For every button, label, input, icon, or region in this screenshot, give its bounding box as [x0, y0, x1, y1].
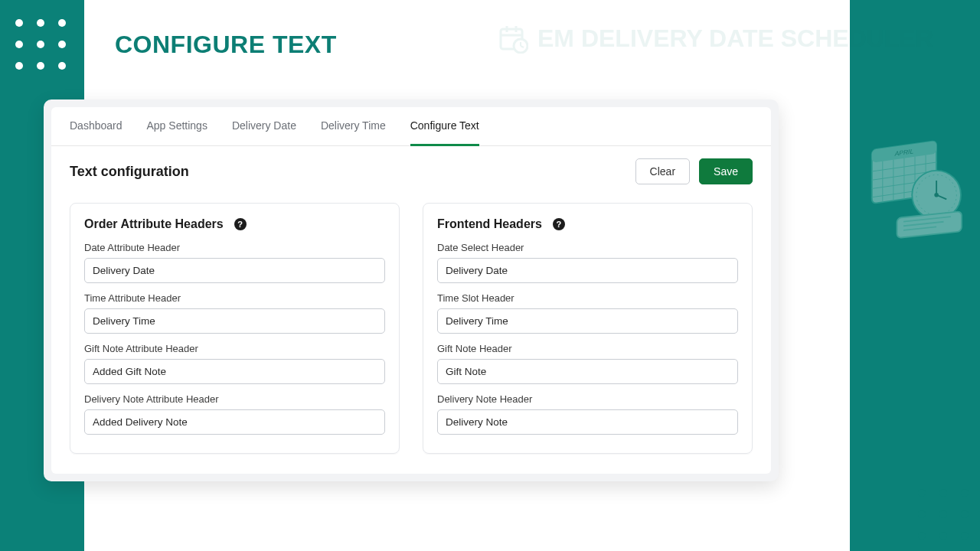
tab-delivery-time[interactable]: Delivery Time: [321, 119, 386, 145]
brand-name: EM DELIVERY DATE SCHEDULER: [537, 24, 933, 53]
main-card: Dashboard App Settings Delivery Date Del…: [44, 99, 779, 481]
calendar-clock-icon: [498, 23, 528, 54]
tabs-bar: Dashboard App Settings Delivery Date Del…: [51, 107, 771, 146]
date-attribute-header-input[interactable]: [84, 258, 385, 283]
help-icon[interactable]: ?: [553, 218, 565, 230]
svg-rect-24: [897, 211, 962, 238]
time-attribute-header-input[interactable]: [84, 308, 385, 334]
save-button[interactable]: Save: [699, 158, 753, 184]
section-title: Text configuration: [70, 164, 189, 180]
field-label: Delivery Note Header: [437, 393, 738, 405]
gift-note-header-input[interactable]: [437, 359, 738, 384]
tab-configure-text[interactable]: Configure Text: [410, 119, 479, 146]
help-icon[interactable]: ?: [234, 218, 247, 230]
clear-button[interactable]: Clear: [635, 158, 690, 184]
date-select-header-input[interactable]: [437, 258, 738, 283]
field-label: Time Slot Header: [437, 292, 738, 304]
panel-frontend-headers: Frontend Headers ? Date Select Header Ti…: [423, 203, 753, 454]
decor-dots-bottom-right: [918, 489, 969, 540]
time-slot-header-input[interactable]: [437, 308, 738, 334]
panel-order-attribute-headers: Order Attribute Headers ? Date Attribute…: [70, 203, 400, 454]
brand-watermark: EM DELIVERY DATE SCHEDULER: [498, 23, 933, 54]
delivery-note-attribute-header-input[interactable]: [84, 409, 385, 435]
field-label: Date Select Header: [437, 242, 738, 253]
gift-note-attribute-header-input[interactable]: [84, 359, 385, 384]
field-label: Delivery Note Attribute Header: [84, 393, 385, 405]
tab-delivery-date[interactable]: Delivery Date: [232, 119, 296, 145]
panel-title-right: Frontend Headers: [437, 217, 542, 231]
page-title: CONFIGURE TEXT: [115, 31, 337, 59]
decor-panel-right: [850, 0, 980, 551]
field-label: Gift Note Attribute Header: [84, 343, 385, 354]
panel-title-left: Order Attribute Headers: [84, 217, 224, 231]
tab-dashboard[interactable]: Dashboard: [70, 119, 122, 145]
field-label: Date Attribute Header: [84, 242, 385, 253]
field-label: Time Attribute Header: [84, 292, 385, 304]
calendar-illustration: APRIL: [858, 126, 972, 256]
decor-dots-top-left: [15, 19, 66, 70]
field-label: Gift Note Header: [437, 343, 738, 354]
tab-app-settings[interactable]: App Settings: [147, 119, 207, 145]
svg-point-23: [934, 193, 939, 197]
delivery-note-header-input[interactable]: [437, 409, 738, 435]
